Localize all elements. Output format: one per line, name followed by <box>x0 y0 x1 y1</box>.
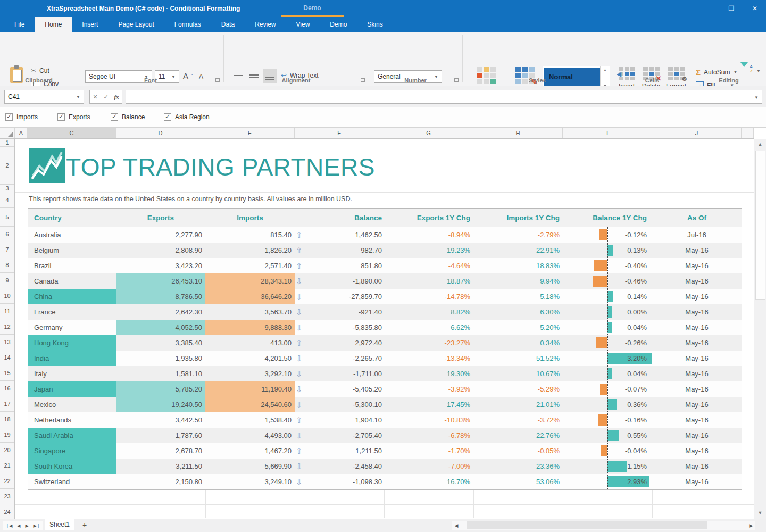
row-header-23[interactable]: 23 <box>0 489 14 504</box>
row-header-24[interactable]: 24 <box>0 504 14 519</box>
row-header-18[interactable]: 18 <box>0 412 14 427</box>
cell-as-of[interactable]: May-16 <box>652 447 742 455</box>
cell-country[interactable]: Canada <box>28 277 116 285</box>
cell-country[interactable]: Belgium <box>28 246 116 254</box>
cell-exports[interactable]: 2,277.90 <box>116 231 205 239</box>
cell-imports-1y-chg[interactable]: 5.20% <box>473 323 563 331</box>
cell-as-of[interactable]: May-16 <box>652 339 742 347</box>
cell-country[interactable]: India <box>28 351 116 366</box>
cell-as-of[interactable]: May-16 <box>652 401 742 409</box>
vertical-scroll-thumb[interactable] <box>755 151 765 300</box>
cell-exports-1y-chg[interactable]: 8.82% <box>384 308 473 316</box>
cell-exports[interactable]: 3,211.50 <box>116 462 205 470</box>
ribbon-tab-demo[interactable]: Demo <box>320 17 357 32</box>
cell-exports[interactable]: 5,785.20 <box>116 381 205 397</box>
sheet-tab-sheet1[interactable]: Sheet1 <box>45 519 74 530</box>
cell-imports[interactable]: 815.40 <box>205 231 295 239</box>
cell-exports-1y-chg[interactable]: -14.78% <box>384 293 473 301</box>
cell-exports-1y-chg[interactable]: -23.27% <box>384 339 473 347</box>
ribbon-tab-insert[interactable]: Insert <box>72 17 108 32</box>
cell-imports[interactable]: 1,538.40 <box>205 416 295 424</box>
cell-balance[interactable]: -2,265.70 <box>306 354 384 362</box>
cell-balance[interactable]: 982.70 <box>306 246 384 254</box>
cell-exports[interactable]: 3,423.20 <box>116 262 205 270</box>
row-header-14[interactable]: 14 <box>0 350 14 365</box>
checkbox-icon[interactable] <box>5 113 13 121</box>
cell-balance[interactable]: -1,098.30 <box>306 478 384 486</box>
cell-balance[interactable]: -1,711.00 <box>306 370 384 378</box>
cell-exports-1y-chg[interactable]: -8.94% <box>384 231 473 239</box>
close-button[interactable]: ✕ <box>751 5 759 12</box>
cut-button[interactable]: ✂Cut <box>31 67 49 74</box>
sheet-area[interactable]: 1234567891011121314151617181920212223242… <box>0 139 754 519</box>
cell-exports[interactable]: 26,453.10 <box>116 273 205 289</box>
cell-imports[interactable]: 5,669.90 <box>205 462 295 470</box>
column-header-d[interactable]: D <box>116 128 205 138</box>
ribbon-tab-skins[interactable]: Skins <box>357 17 393 32</box>
cell-country[interactable]: South Korea <box>28 459 116 474</box>
cell-as-of[interactable]: May-16 <box>652 431 742 439</box>
cell-imports-1y-chg[interactable]: 22.91% <box>473 246 563 254</box>
cell-balance[interactable]: -5,405.20 <box>306 385 384 393</box>
row-header-16[interactable]: 16 <box>0 381 14 396</box>
cell-exports-1y-chg[interactable]: 16.70% <box>384 478 473 486</box>
cell-balance[interactable]: -2,705.40 <box>306 431 384 439</box>
cell-balance[interactable]: -5,835.80 <box>306 323 384 331</box>
ribbon-tab-review[interactable]: Review <box>245 17 286 32</box>
cell-exports-1y-chg[interactable]: -7.00% <box>384 462 473 470</box>
checkbox-icon[interactable] <box>164 113 171 121</box>
column-header-i[interactable]: I <box>563 128 652 138</box>
add-sheet-button[interactable]: + <box>79 520 90 530</box>
column-header-g[interactable]: G <box>384 128 473 138</box>
cell-exports-1y-chg[interactable]: -4.64% <box>384 262 473 270</box>
cell-exports-1y-chg[interactable]: 17.45% <box>384 401 473 409</box>
cell-balance[interactable]: 2,972.40 <box>306 339 384 347</box>
cell-as-of[interactable]: May-16 <box>652 354 742 362</box>
last-sheet-icon[interactable]: ▶❘ <box>34 523 40 528</box>
cell-balance[interactable]: -921.40 <box>306 308 384 316</box>
row-header-9[interactable]: 9 <box>0 273 14 288</box>
column-header-a[interactable]: A <box>15 128 28 138</box>
filter-checkbox-asia-region[interactable]: Asia Region <box>164 113 210 121</box>
first-sheet-icon[interactable]: ❘◀ <box>5 523 12 528</box>
sort-filter-button[interactable]: AZ▼ <box>740 67 761 74</box>
row-header-12[interactable]: 12 <box>0 319 14 335</box>
row-header-2[interactable]: 2 <box>0 147 14 185</box>
cell-as-of[interactable]: May-16 <box>652 462 742 470</box>
cell-exports[interactable]: 3,385.40 <box>116 339 205 347</box>
cell-exports[interactable]: 1,935.80 <box>116 354 205 362</box>
cell-country[interactable]: Saudi Arabia <box>28 428 116 443</box>
expand-formula-bar-icon[interactable]: ▼ <box>754 95 759 100</box>
ribbon-tab-data[interactable]: Data <box>211 17 245 32</box>
cell-imports[interactable]: 3,563.70 <box>205 308 295 316</box>
cancel-entry-icon[interactable]: ✕ <box>93 94 97 101</box>
cell-imports-1y-chg[interactable]: 6.30% <box>473 308 563 316</box>
cell-imports-1y-chg[interactable]: 9.94% <box>473 277 563 285</box>
row-header-21[interactable]: 21 <box>0 458 14 473</box>
row-header-3[interactable]: 3 <box>0 185 14 192</box>
font-dialog-launcher[interactable] <box>215 78 220 82</box>
cell-exports[interactable]: 3,442.50 <box>116 416 205 424</box>
cell-as-of[interactable]: May-16 <box>652 293 742 301</box>
cell-exports[interactable]: 2,678.70 <box>116 447 205 455</box>
cell-country[interactable]: Hong Kong <box>28 335 116 351</box>
filter-checkbox-balance[interactable]: Balance <box>111 113 145 121</box>
cell-balance[interactable]: 851.80 <box>306 262 384 270</box>
cell-country[interactable]: Germany <box>28 323 116 331</box>
scroll-left-icon[interactable]: ◀ <box>452 523 461 528</box>
cell-as-of[interactable]: May-16 <box>652 277 742 285</box>
cell-exports-1y-chg[interactable]: 18.87% <box>384 277 473 285</box>
cell-country[interactable]: China <box>28 289 116 304</box>
cell-imports-1y-chg[interactable]: 10.67% <box>473 370 563 378</box>
minimize-button[interactable]: — <box>704 5 712 12</box>
gallery-up-button[interactable]: ▲ <box>603 68 607 72</box>
cell-imports[interactable]: 11,190.40 <box>205 381 295 397</box>
cell-imports[interactable]: 1,467.20 <box>205 447 295 455</box>
cell-balance[interactable]: 1,904.10 <box>306 416 384 424</box>
vertical-scrollbar[interactable]: ▲ ▼ <box>754 139 766 519</box>
select-all-corner[interactable] <box>0 128 15 138</box>
cell-exports-1y-chg[interactable]: -6.78% <box>384 431 473 439</box>
checkbox-icon[interactable] <box>111 113 118 121</box>
cell-exports-1y-chg[interactable]: -10.83% <box>384 416 473 424</box>
cell-as-of[interactable]: May-16 <box>652 323 742 331</box>
